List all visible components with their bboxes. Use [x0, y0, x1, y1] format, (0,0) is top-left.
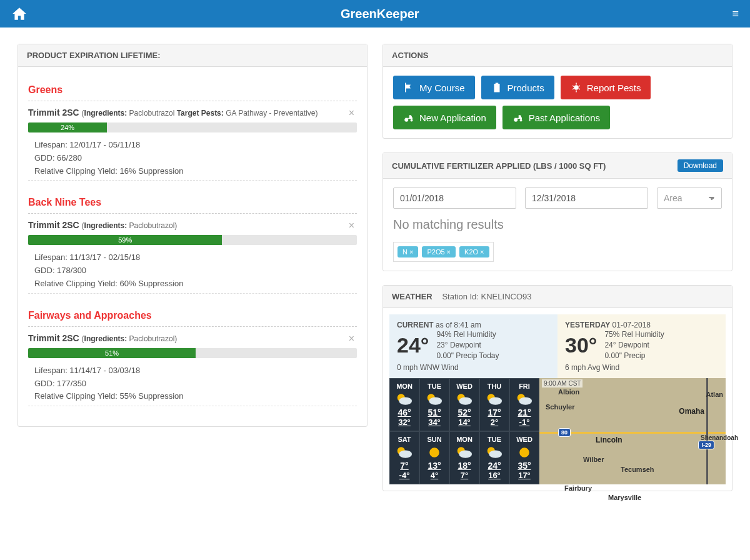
weather-yesterday: YESTERDAY 01-07-2018 30° 75% Rel Humidit… [558, 314, 726, 378]
new-application-button[interactable]: New Application [393, 106, 496, 129]
svg-point-6 [399, 398, 412, 405]
date-from-input[interactable] [393, 188, 516, 209]
progress-bar: 51% [28, 348, 196, 358]
section-title: Greens [28, 79, 357, 101]
past-applications-button[interactable]: Past Applications [502, 106, 610, 129]
forecast-day[interactable]: SUN13°4° [419, 431, 449, 484]
my-course-button[interactable]: My Course [393, 76, 475, 99]
product-item: Trimmit 2SC (Ingredients: Paclobutrazol … [28, 108, 357, 181]
forecast-day[interactable]: MON18°7° [449, 431, 479, 484]
chip-k2o[interactable]: K2O × [459, 246, 489, 258]
progress-bar: 24% [28, 122, 107, 132]
report-pests-button[interactable]: Report Pests [561, 76, 651, 99]
product-stats: Lifespan: 11/14/17 - 03/03/18GDD: 177/35… [28, 364, 357, 403]
svg-point-16 [399, 451, 412, 458]
svg-point-14 [519, 398, 532, 405]
fertilizer-panel: CUMULATIVE FERTILIZER APPLIED (LBS / 100… [382, 152, 732, 271]
svg-point-2 [411, 119, 413, 122]
download-button[interactable]: Download [678, 159, 723, 172]
svg-point-21 [489, 451, 502, 458]
no-results-text: No matching results [393, 218, 722, 232]
weather-panel: WEATHER Station Id: KNELINCO93 CURRENT a… [382, 285, 732, 491]
bug-icon [571, 82, 582, 93]
chip-n[interactable]: N × [398, 246, 418, 258]
forecast-day[interactable]: WED52°14° [449, 378, 479, 431]
date-to-input[interactable] [525, 188, 648, 209]
forecast-day[interactable]: THU17°2° [479, 378, 509, 431]
close-icon[interactable]: × [346, 333, 357, 344]
svg-point-19 [459, 451, 472, 458]
product-item: Trimmit 2SC (Ingredients: Paclobutrazol)… [28, 220, 357, 293]
progress-bar: 59% [28, 235, 222, 245]
products-button[interactable]: Products [481, 76, 554, 99]
yesterday-temp: 30° [565, 333, 597, 358]
chip-p2o5[interactable]: P2O5 × [422, 246, 456, 258]
product-stats: Lifespan: 12/01/17 - 05/11/18GDD: 66/280… [28, 139, 357, 178]
weather-map[interactable]: 9:00 AM CST 80 I-29 Omaha Lincoln Albion… [539, 378, 726, 484]
svg-point-0 [574, 85, 579, 90]
forecast-day[interactable]: SAT7°-4° [389, 431, 419, 484]
forecast-day[interactable]: TUE51°34° [419, 378, 449, 431]
forecast-day[interactable]: MON46°32° [389, 378, 419, 431]
tractor-icon [512, 112, 524, 123]
product-item: Trimmit 2SC (Ingredients: Paclobutrazol)… [28, 333, 357, 406]
close-icon[interactable]: × [346, 108, 357, 119]
expiration-header: PRODUCT EXPIRATION LIFETIME: [18, 44, 367, 67]
top-bar: GreenKeeper ≡ [0, 0, 750, 28]
svg-point-10 [459, 398, 472, 405]
app-title: GreenKeeper [341, 7, 419, 21]
svg-point-17 [429, 448, 439, 458]
area-select[interactable]: Area [657, 188, 722, 209]
section-title: Back Nine Tees [28, 192, 357, 214]
menu-icon[interactable]: ≡ [732, 8, 739, 21]
home-icon[interactable] [11, 6, 28, 22]
clipboard-icon [491, 82, 502, 93]
actions-panel: ACTIONS My Course Products Report Pests [382, 44, 732, 139]
svg-point-4 [519, 119, 522, 122]
forecast-grid: MON46°32°TUE51°34°WED52°14°THU17°2°FRI21… [389, 378, 539, 484]
svg-point-8 [429, 398, 442, 405]
forecast-day[interactable]: WED35°17° [509, 431, 539, 484]
section-title: Fairways and Approaches [28, 305, 357, 327]
fertilizer-header: CUMULATIVE FERTILIZER APPLIED (LBS / 100… [383, 153, 732, 179]
forecast-day[interactable]: TUE24°16° [479, 431, 509, 484]
tractor-icon [403, 112, 414, 123]
weather-header: WEATHER Station Id: KNELINCO93 [383, 286, 732, 308]
chip-group: N × P2O5 × K2O × [393, 242, 494, 262]
actions-header: ACTIONS [383, 44, 732, 67]
expiration-panel: PRODUCT EXPIRATION LIFETIME: GreensTrimm… [18, 44, 368, 427]
forecast-day[interactable]: FRI21°-1° [509, 378, 539, 431]
weather-current: CURRENT as of 8:41 am 24° 94% Rel Humidi… [389, 314, 558, 378]
current-temp: 24° [397, 333, 429, 358]
product-stats: Lifespan: 11/13/17 - 02/15/18GDD: 178/30… [28, 251, 357, 290]
flag-icon [403, 82, 414, 93]
svg-point-22 [519, 448, 529, 458]
svg-point-12 [489, 398, 502, 405]
close-icon[interactable]: × [346, 220, 357, 231]
